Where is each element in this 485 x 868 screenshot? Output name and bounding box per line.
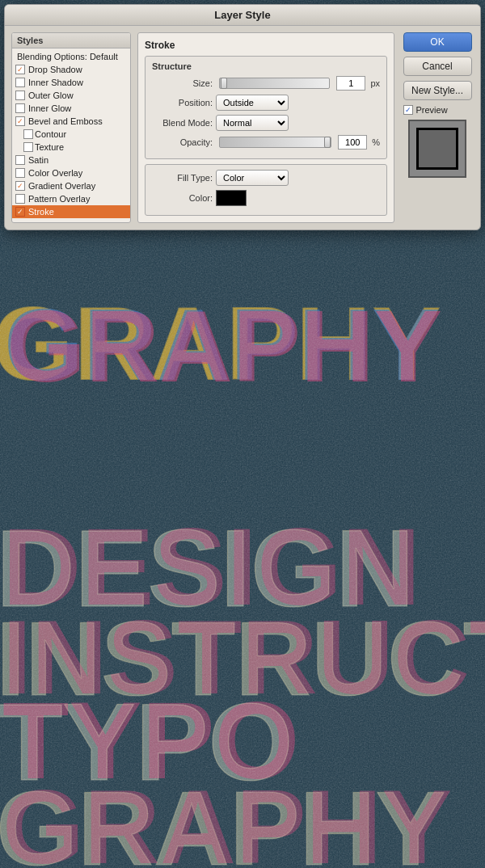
structure-subsection: Structure Size: px Position:: [145, 56, 387, 159]
stroke-settings-panel: Stroke Structure Size: px: [137, 32, 394, 223]
blend-mode-row: Blend Mode: Normal Multiply Screen Overl…: [152, 115, 380, 131]
style-label: Blending Options: Default: [17, 52, 118, 61]
styles-panel-header: Styles: [12, 33, 130, 48]
fill-type-dropdown[interactable]: Color Gradient Pattern: [216, 170, 289, 186]
opacity-label: Opacity:: [152, 137, 213, 147]
position-row: Position: Outside Inside Center: [152, 95, 380, 111]
contour-checkbox[interactable]: [23, 129, 33, 139]
opacity-row: Opacity: %: [152, 135, 380, 150]
size-unit: px: [370, 78, 380, 88]
texture-checkbox[interactable]: [23, 142, 33, 152]
style-label: Stroke: [28, 207, 54, 217]
style-item-outer-glow[interactable]: Outer Glow: [12, 89, 130, 102]
style-label: Pattern Overlay: [28, 194, 90, 204]
dialog-overlay: Layer Style Styles Blending Options: Def…: [0, 0, 485, 234]
style-item-inner-glow[interactable]: Inner Glow: [12, 102, 130, 115]
style-item-gradient-overlay[interactable]: ✓ Gradient Overlay: [12, 179, 130, 192]
style-label: Inner Shadow: [28, 78, 83, 87]
inner-glow-checkbox[interactable]: [15, 103, 25, 113]
style-label: Contour: [35, 129, 66, 139]
new-style-button[interactable]: New Style...: [403, 81, 472, 100]
preview-label: Preview: [416, 105, 448, 115]
style-item-bevel-emboss[interactable]: ✓ Bevel and Emboss: [12, 115, 130, 128]
fill-type-section: Fill Type: Color Gradient Pattern Color:: [145, 164, 387, 216]
cancel-button[interactable]: Cancel: [403, 57, 472, 76]
ok-button[interactable]: OK: [403, 32, 472, 52]
fill-type-label: Fill Type:: [152, 173, 213, 183]
style-label: Color Overlay: [28, 168, 82, 178]
main-content: Stroke Structure Size: px: [137, 32, 394, 223]
style-item-color-overlay[interactable]: Color Overlay: [12, 166, 130, 179]
bevel-emboss-checkbox[interactable]: ✓: [15, 116, 25, 126]
styles-panel: Styles Blending Options: Default ✓ Drop …: [11, 32, 131, 223]
style-label: Inner Glow: [28, 103, 71, 113]
style-item-pattern-overlay[interactable]: Pattern Overlay: [12, 192, 130, 205]
color-row: Color:: [152, 190, 380, 206]
opacity-input[interactable]: [338, 135, 367, 150]
dialog-body: Styles Blending Options: Default ✓ Drop …: [5, 26, 480, 230]
styles-header-label: Styles: [17, 36, 43, 45]
style-item-contour[interactable]: Contour: [12, 128, 130, 141]
style-label: Gradient Overlay: [28, 181, 95, 191]
blend-mode-label: Blend Mode:: [152, 118, 213, 128]
opacity-unit: %: [372, 137, 380, 147]
size-input[interactable]: [336, 76, 365, 91]
preview-checkbox[interactable]: ✓: [403, 105, 413, 115]
size-slider[interactable]: [219, 78, 330, 89]
layer-style-dialog: Layer Style Styles Blending Options: Def…: [4, 4, 481, 230]
inner-shadow-checkbox[interactable]: [15, 78, 25, 87]
position-dropdown[interactable]: Outside Inside Center: [216, 95, 289, 111]
fill-type-row: Fill Type: Color Gradient Pattern: [152, 170, 380, 186]
style-item-stroke[interactable]: ✓ Stroke: [12, 205, 130, 218]
color-swatch[interactable]: [216, 190, 247, 206]
size-row: Size: px: [152, 76, 380, 91]
blend-mode-dropdown[interactable]: Normal Multiply Screen Overlay: [216, 115, 289, 131]
preview-canvas-inner: [416, 128, 458, 170]
right-panel: OK Cancel New Style... ✓ Preview: [401, 32, 474, 223]
style-item-blending[interactable]: Blending Options: Default: [12, 50, 130, 63]
style-label: Texture: [35, 142, 64, 152]
style-label: Satin: [28, 155, 48, 165]
style-label: Drop Shadow: [28, 65, 82, 74]
style-item-inner-shadow[interactable]: Inner Shadow: [12, 76, 130, 89]
structure-title: Structure: [152, 61, 380, 71]
dialog-titlebar: Layer Style: [5, 5, 480, 26]
size-label: Size:: [152, 78, 213, 88]
drop-shadow-checkbox[interactable]: ✓: [15, 65, 25, 74]
position-label: Position:: [152, 98, 213, 107]
dialog-title: Layer Style: [214, 9, 270, 21]
opacity-slider[interactable]: [219, 137, 331, 148]
gradient-overlay-checkbox[interactable]: ✓: [15, 181, 25, 191]
style-label: Bevel and Emboss: [28, 116, 103, 126]
stroke-section-title: Stroke: [145, 40, 387, 51]
color-overlay-checkbox[interactable]: [15, 168, 25, 178]
stroke-checkbox[interactable]: ✓: [15, 207, 25, 217]
outer-glow-checkbox[interactable]: [15, 91, 25, 100]
styles-list: Blending Options: Default ✓ Drop Shadow …: [12, 48, 130, 220]
satin-checkbox[interactable]: [15, 155, 25, 165]
pattern-overlay-checkbox[interactable]: [15, 194, 25, 204]
color-label: Color:: [152, 193, 213, 203]
style-label: Outer Glow: [28, 91, 74, 100]
style-item-drop-shadow[interactable]: ✓ Drop Shadow: [12, 63, 130, 76]
style-item-texture[interactable]: Texture: [12, 141, 130, 154]
preview-canvas: [408, 120, 466, 178]
style-item-satin[interactable]: Satin: [12, 154, 130, 166]
preview-row: ✓ Preview: [403, 105, 472, 115]
